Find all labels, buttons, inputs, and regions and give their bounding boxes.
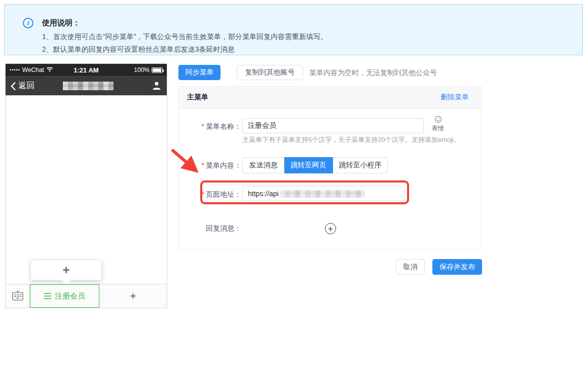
info-icon: i: [23, 18, 33, 28]
emoji-label: 表情: [429, 124, 447, 133]
content-type-tabs: 发送消息 跳转至网页 跳转至小程序: [242, 157, 388, 173]
page-url-label: *页面地址：: [193, 190, 241, 199]
emoji-picker[interactable]: 表情: [429, 116, 447, 133]
keyboard-icon: [11, 290, 24, 302]
keyboard-toggle[interactable]: [6, 284, 30, 308]
tab-jump-to-miniprogram[interactable]: 跳转至小程序: [333, 157, 388, 173]
banner-title: 使用说明：: [42, 18, 80, 28]
add-reply-button[interactable]: +: [325, 223, 336, 234]
main-menu-panel: 主菜单 删除菜单 *菜单名称： 注册会员 表情 主菜单下有子菜单支持5个汉字，无…: [178, 86, 482, 250]
menu-name-help: 主菜单下有子菜单支持5个汉字，无子菜单支持20个汉字。支持添加emoji。: [242, 135, 460, 144]
save-and-publish-button[interactable]: 保存并发布: [432, 259, 482, 275]
person-icon[interactable]: [152, 81, 162, 93]
tab-send-message[interactable]: 发送消息: [242, 157, 284, 173]
delete-menu-link[interactable]: 删除菜单: [440, 93, 469, 102]
copy-to-other-accounts-button[interactable]: 复制到其他账号: [237, 65, 303, 80]
banner-line-2: 2、默认菜单的回复内容可设置粉丝点菜单后发送3条延时消息: [42, 45, 235, 54]
tab-jump-to-webpage[interactable]: 跳转至网页: [284, 157, 333, 173]
phone-status-bar: ••••• WeChat 1:21 AM 100%: [6, 64, 167, 76]
page-url-input[interactable]: https://api: [242, 186, 405, 201]
back-button[interactable]: 返回: [11, 81, 34, 91]
cancel-button[interactable]: 取消: [396, 259, 425, 275]
panel-header: 主菜单 删除菜单: [179, 87, 481, 108]
required-asterisk: *: [202, 161, 204, 169]
battery-percent: 100%: [134, 66, 150, 74]
phone-menu-bar: 注册会员 +: [6, 284, 167, 308]
usage-banner: i 使用说明： 1、首次使用可点击“同步菜单”，下载公众号当前生效菜单，部分菜单…: [4, 4, 583, 55]
menu-name-label: *菜单名称：: [193, 122, 241, 131]
smiley-icon: [434, 116, 442, 123]
sync-menu-button[interactable]: 同步菜单: [178, 65, 220, 80]
phone-nav-bar: 返回: [6, 76, 167, 95]
copy-hint-text: 菜单内容为空时，无法复制到其他公众号: [309, 68, 437, 78]
menu-item-register[interactable]: 注册会员: [30, 284, 99, 308]
url-visible-text: https://api: [248, 190, 279, 198]
required-asterisk: *: [202, 190, 204, 198]
blurred-account-title: [63, 82, 114, 90]
back-label: 返回: [18, 81, 34, 91]
required-asterisk: *: [202, 122, 204, 130]
reply-message-label: 回复消息：: [193, 224, 241, 233]
menu-item-label: 注册会员: [55, 291, 85, 301]
battery-icon: [152, 67, 163, 73]
phone-preview: ••••• WeChat 1:21 AM 100% 返回 +: [5, 63, 167, 308]
chat-area: [6, 95, 167, 284]
blurred-url-text: [280, 190, 365, 198]
chevron-left-icon: [11, 82, 16, 91]
menu-content-label: *菜单内容：: [193, 161, 241, 170]
page: i 使用说明： 1、首次使用可点击“同步菜单”，下载公众号当前生效菜单，部分菜单…: [0, 0, 588, 366]
banner-line-1: 1、首次使用可点击“同步菜单”，下载公众号当前生效菜单，部分菜单回复内容需重新填…: [42, 32, 327, 42]
panel-title: 主菜单: [187, 93, 208, 102]
submenu-lines-icon: [44, 293, 51, 299]
menu-name-input[interactable]: 注册会员: [242, 118, 424, 133]
add-menu-button[interactable]: +: [99, 284, 167, 308]
